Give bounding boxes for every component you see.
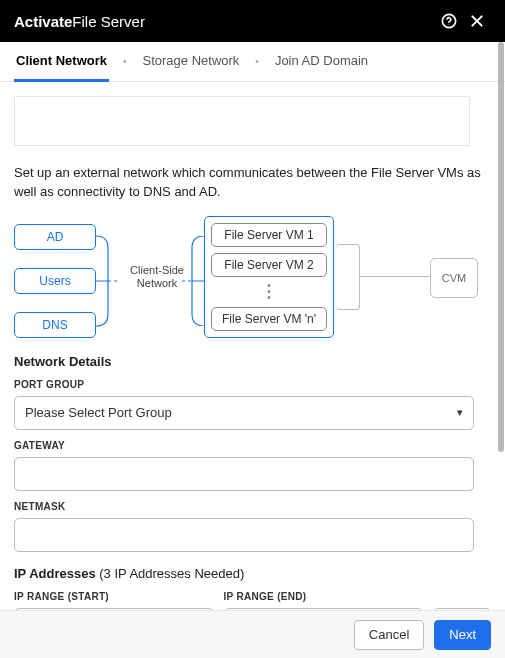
tab-client-network[interactable]: Client Network	[14, 42, 109, 82]
help-icon[interactable]	[435, 7, 463, 35]
diagram-vm-group: File Server VM 1 File Server VM 2 ••• Fi…	[204, 216, 334, 338]
content-area[interactable]: Set up an external network which communi…	[0, 82, 505, 610]
titlebar: ActivateFile Server	[0, 0, 505, 42]
info-box	[14, 96, 470, 146]
close-icon[interactable]	[463, 7, 491, 35]
diagram-node-dns: DNS	[14, 312, 96, 338]
diagram-host-box	[336, 244, 360, 310]
description-text: Set up an external network which communi…	[14, 164, 491, 202]
network-details-heading: Network Details	[14, 354, 491, 369]
tab-join-ad-domain[interactable]: Join AD Domain	[273, 42, 370, 82]
next-button[interactable]: Next	[434, 620, 491, 650]
diagram-node-vm1: File Server VM 1	[211, 223, 327, 247]
port-group-label: PORT GROUP	[14, 379, 491, 390]
port-group-select[interactable]: Please Select Port Group ▾	[14, 396, 474, 430]
ip-end-input[interactable]	[224, 608, 424, 610]
diagram-node-vm2: File Server VM 2	[211, 253, 327, 277]
diagram-ellipsis-icon: •••	[267, 283, 271, 301]
title-rest: File Server	[72, 13, 145, 30]
gateway-label: GATEWAY	[14, 440, 491, 451]
chevron-down-icon: ▾	[457, 406, 463, 419]
ip-end-label: IP RANGE (END)	[224, 591, 424, 602]
netmask-label: NETMASK	[14, 501, 491, 512]
ip-start-label: IP RANGE (START)	[14, 591, 214, 602]
tabs: Client Network • Storage Network • Join …	[0, 42, 505, 82]
diagram-node-vmn: File Server VM 'n'	[211, 307, 327, 331]
add-ip-button[interactable]: + Add	[433, 608, 491, 610]
svg-point-1	[449, 24, 450, 25]
diagram-connector-right	[182, 236, 204, 326]
scrollbar[interactable]	[498, 42, 504, 452]
tab-separator: •	[249, 56, 265, 67]
ip-start-input[interactable]	[14, 608, 214, 610]
port-group-placeholder: Please Select Port Group	[25, 405, 172, 420]
network-diagram: AD Users DNS Client-Side Network File Se…	[14, 214, 491, 344]
title-bold: Activate	[14, 13, 72, 30]
ip-addresses-heading: IP Addresses (3 IP Addresses Needed)	[14, 566, 491, 581]
tab-storage-network[interactable]: Storage Network	[141, 42, 242, 82]
footer: Cancel Next	[0, 610, 505, 658]
diagram-node-ad: AD	[14, 224, 96, 250]
diagram-node-users: Users	[14, 268, 96, 294]
diagram-connector-cvm	[360, 276, 430, 277]
ip-start-column: IP RANGE (START)	[14, 587, 214, 610]
ip-end-column: IP RANGE (END)	[224, 587, 424, 610]
netmask-input[interactable]	[14, 518, 474, 552]
tab-separator: •	[117, 56, 133, 67]
cancel-button[interactable]: Cancel	[354, 620, 424, 650]
diagram-node-cvm: CVM	[430, 258, 478, 298]
activate-file-server-dialog: ActivateFile Server Client Network • Sto…	[0, 0, 505, 658]
ip-range-row: IP RANGE (START) IP RANGE (END) + Add	[14, 587, 491, 610]
dialog-title: ActivateFile Server	[14, 13, 435, 30]
gateway-input[interactable]	[14, 457, 474, 491]
diagram-connector-left	[96, 236, 118, 326]
ip-heading-bold: IP Addresses	[14, 566, 96, 581]
ip-heading-count: (3 IP Addresses Needed)	[99, 566, 244, 581]
